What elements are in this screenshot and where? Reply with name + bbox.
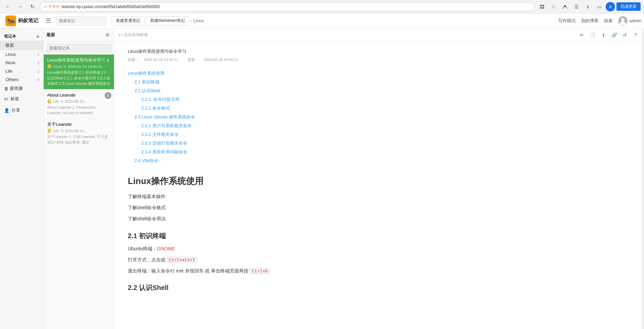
notebook-life-count: 2 (37, 69, 39, 73)
tag-icon: 🏷 (118, 33, 122, 37)
link-button[interactable]: 🔗 (610, 31, 618, 39)
ubuntu-highlight: GNOME (157, 246, 175, 251)
exit-shortcut: Ctrl+D (250, 268, 270, 274)
blog-link[interactable]: 我的博客 (581, 18, 599, 24)
help-button[interactable]: ? (631, 31, 640, 39)
note-preview-1: About Leanote 1. Introduction Leanote, n… (47, 105, 111, 116)
explore-link[interactable]: 探索 (604, 18, 613, 24)
share-label: 分享 (11, 107, 20, 113)
sidebar-item-linux[interactable]: Linux 1 (0, 50, 43, 59)
reload-button[interactable]: ↻ (28, 2, 37, 11)
browser-actions: ☆ ☰ ⇓ ▭ A 完成更新 (537, 2, 641, 11)
note-nb-name-2: Life (53, 129, 59, 133)
notebook-work-count: 0 (37, 61, 39, 65)
note-item-2[interactable]: 关于Leanote 📒 Life ⊙ 2015-06-15 .. 关于Leano… (44, 119, 114, 148)
tag-add-label: 点击添加标签 (124, 32, 148, 38)
notebook-work-name: Work (5, 60, 36, 65)
browser-bar: ← → ↻ ⚠ 不安全 leanote.vip.cpolar.cn/note/6… (0, 0, 644, 13)
search-input[interactable] (56, 16, 106, 26)
edit-button[interactable]: ✏ (577, 31, 586, 39)
url-text: leanote.vip.cpolar.cn/note/65d1a6ebf50d0… (62, 4, 160, 9)
complete-update-button[interactable]: 完成更新 (616, 2, 641, 11)
write-mode-link[interactable]: 写作模式 (558, 18, 576, 24)
user-name-label[interactable]: admin (630, 18, 641, 23)
note-list-grid-btn[interactable]: ⊞ (103, 31, 111, 39)
editor-meta: 创建： 2024-02-18 14:43:11 更新： 2024-02-18 1… (128, 57, 631, 62)
notebook-latest-name: 最新 (5, 42, 39, 48)
note-item-1[interactable]: About Leanote 📒 Life ⊙ 2015-06-15 .. Abo… (44, 89, 114, 119)
sidebar-item-latest[interactable]: 最新 (0, 41, 43, 50)
toc-link-2[interactable]: 2.2 认识Shell (128, 86, 631, 95)
notebook-linux-name: Linux (5, 52, 36, 57)
toc-link-5[interactable]: 2.3 Linux Ubuntu 操作系统命令 (128, 113, 631, 121)
current-notebook-label: - Linux (191, 18, 204, 23)
sidebar-item-others[interactable]: Others 0 (0, 75, 43, 84)
menu-toggle[interactable]: ☰ (44, 16, 53, 26)
profile-button[interactable] (560, 2, 570, 11)
note-item-0[interactable]: Linux操作系统使用与命令学习 📒 Linux ⊙ 2024-02-18 14… (44, 54, 114, 89)
content-h2-terminal: 2.1 初识终端 (128, 231, 631, 241)
updated-label: 更新： (188, 58, 199, 62)
toc-link-1[interactable]: 2.1 初识终端 (128, 78, 631, 86)
svg-point-8 (621, 18, 624, 22)
scroll-indicator (642, 28, 644, 329)
toc-link-7[interactable]: 2.3.2 文件相关命令 (128, 130, 631, 139)
search-notebook-input[interactable] (46, 44, 111, 52)
address-bar[interactable]: ⚠ 不安全 leanote.vip.cpolar.cn/note/65d1a6e… (40, 2, 534, 11)
back-button[interactable]: ← (3, 2, 13, 11)
sidebar-share[interactable]: 👤 分享 (0, 105, 43, 116)
bookmark-button[interactable]: ☆ (548, 2, 559, 11)
sidebar-item-work[interactable]: Work 0 (0, 59, 43, 67)
toc-link-0[interactable]: Linux操作系统使用 (128, 69, 631, 78)
notebook-section-title: 笔记本 + (0, 31, 43, 41)
new-markdown-button[interactable]: 新建Markdown笔记 (146, 16, 189, 26)
svg-text:🐜: 🐜 (7, 16, 15, 25)
sidebar-item-life[interactable]: Life 2 (0, 67, 43, 75)
tags-icon: 🏷 (4, 97, 8, 102)
open-label: 打开方式：点击或 (128, 257, 167, 262)
note-title-2: 关于Leanote (47, 121, 111, 127)
tab-menu-button[interactable]: ☰ (571, 2, 581, 11)
svg-rect-3 (542, 7, 544, 9)
add-notebook-button[interactable]: + (36, 34, 39, 39)
info-button[interactable]: ℹ (599, 31, 608, 39)
notebook-others-count: 0 (37, 78, 39, 82)
note-circle-2: ⊙ (61, 129, 64, 133)
editor-actions: ✏ 📄 ℹ 🔗 ↺ ? (577, 31, 640, 39)
editor-content[interactable]: Linux操作系统使用与命令学习 创建： 2024-02-18 14:43:11… (114, 42, 644, 329)
toc-link-3[interactable]: 2.2.1. 命令行提示符 (128, 95, 631, 104)
file-button[interactable]: 📄 (588, 31, 597, 39)
editor-toolbar: 🏷 点击添加标签 ✏ 📄 ℹ 🔗 ↺ ? (114, 28, 644, 42)
download-button[interactable]: ⇓ (583, 2, 593, 11)
created-value: 2024-02-18 14:43:11 (144, 58, 178, 62)
new-note-button[interactable]: 新建普通笔记 (112, 16, 145, 26)
toc-link-4[interactable]: 2.2.2.命令格式 (128, 104, 631, 113)
notebook-life-name: Life (5, 69, 36, 74)
toc-link-8[interactable]: 2.3.3 压缩打包相关命令 (128, 139, 631, 148)
tag-add-area[interactable]: 🏷 点击添加标签 (118, 32, 148, 38)
sidebar-tags[interactable]: 🏷 标签 (0, 93, 43, 105)
notebook-linux-count: 1 (37, 52, 39, 57)
note-date-2: 2015-06-15 .. (65, 129, 87, 133)
sidebar-trash[interactable]: 🗑 废纸篓 (0, 84, 43, 93)
top-toolbar: 🐜 蚂蚁笔记 ☰ 新建普通笔记 新建Markdown笔记 - Linux 写作模… (0, 13, 644, 28)
note-list-title: 最新 (46, 32, 102, 38)
note-date-1: 2015-06-15 .. (65, 99, 87, 103)
forward-button[interactable]: → (15, 2, 25, 11)
toolbar-right: 写作模式 我的博客 探索 admin (558, 16, 641, 26)
content-ubuntu: Ubuntu终端：GNOME (128, 245, 631, 253)
toc-link-9[interactable]: 2.3.4 系统常用功能命令 (128, 148, 631, 156)
history-button[interactable]: ↺ (620, 31, 629, 39)
content-p2: 了解shell命令格式 (128, 204, 631, 212)
toc-link-10[interactable]: 2.4 VIM命令 (128, 156, 631, 165)
toc-link-6[interactable]: 2.3.1 用户与系统相关命令 (128, 121, 631, 130)
note-preview-0: Linux操作系统使用 2.1 初识终端 2.2 认识Shell 2.2.1. … (47, 70, 111, 86)
share-icon: 👤 (4, 108, 9, 113)
sidebar: 笔记本 + 最新 Linux 1 Work 0 Life 2 Others 0 (0, 28, 44, 329)
note-nb-name-0: Linux (53, 65, 62, 69)
device-button[interactable]: ▭ (594, 2, 604, 11)
extensions-button[interactable] (537, 2, 547, 11)
browser-avatar: A (606, 2, 615, 11)
note-badge-0: B (105, 57, 111, 64)
content-p3: 了解shell命令用法 (128, 215, 631, 223)
